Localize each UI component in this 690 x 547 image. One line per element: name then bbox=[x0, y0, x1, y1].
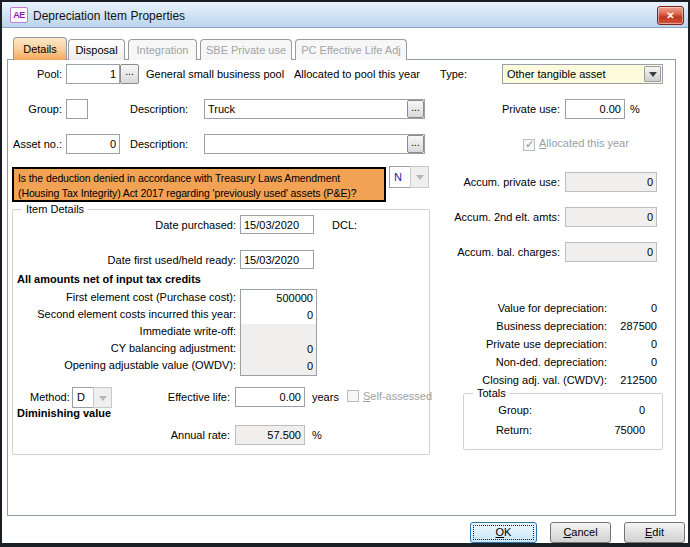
description2-lookup-button[interactable]: ... bbox=[407, 135, 424, 153]
tab-integration: Integration bbox=[128, 39, 197, 60]
immediate-write-off-value bbox=[241, 324, 316, 341]
private-use-input[interactable]: 0.00 bbox=[565, 99, 625, 119]
description2-input[interactable] bbox=[204, 134, 425, 154]
question-line1: Is the deduction denied in accordance wi… bbox=[18, 171, 380, 186]
self-assessed-checkbox bbox=[347, 390, 359, 402]
tab-pc-effective-life-adj: PC Effective Life Adj bbox=[295, 39, 407, 60]
close-button[interactable]: ✕ bbox=[657, 6, 684, 25]
tab-disposal[interactable]: Disposal bbox=[68, 39, 125, 60]
second-element-costs-input[interactable]: 0 bbox=[241, 307, 316, 324]
pool-name-text: General small business pool bbox=[146, 68, 284, 80]
second-element-costs-label: Second element costs incurred this year: bbox=[18, 308, 236, 320]
effective-life-unit: years bbox=[312, 391, 339, 403]
private-use-unit: % bbox=[630, 103, 640, 115]
date-purchased-input[interactable]: 15/03/2020 bbox=[240, 215, 314, 234]
cy-balancing-adjustment-value: 0 bbox=[241, 341, 316, 358]
cancel-button[interactable]: Cancel bbox=[550, 522, 611, 543]
ok-button[interactable]: OK bbox=[470, 522, 537, 543]
self-assessed-label: Self-assessed bbox=[363, 390, 432, 402]
cy-balancing-adjustment-label: CY balancing adjustment: bbox=[18, 342, 236, 354]
immediate-write-off-label: Immediate write-off: bbox=[18, 325, 236, 337]
closing-adj-val-value: 212500 bbox=[560, 374, 657, 386]
method-value: D bbox=[77, 388, 85, 407]
annual-rate-label: Annual rate: bbox=[120, 429, 230, 441]
deduction-denied-answer[interactable]: N bbox=[389, 166, 411, 188]
dcl-label: DCL: bbox=[332, 219, 357, 231]
accum-bal-charges-value: 0 bbox=[565, 242, 657, 262]
asset-no-input[interactable]: 0 bbox=[66, 134, 120, 154]
type-combobox[interactable]: Other tangible asset bbox=[502, 64, 663, 84]
edit-button[interactable]: Edit bbox=[624, 522, 685, 543]
type-dropdown-button[interactable] bbox=[644, 66, 661, 82]
date-purchased-label: Date purchased: bbox=[20, 219, 236, 231]
deduction-denied-question: Is the deduction denied in accordance wi… bbox=[12, 167, 386, 202]
ellipsis-icon: ... bbox=[125, 66, 133, 77]
group-input[interactable] bbox=[66, 99, 88, 119]
totals-group-value: 0 bbox=[560, 404, 645, 416]
totals-legend: Totals bbox=[473, 387, 510, 399]
question-line2: (Housing Tax Integrity) Act 2017 regardi… bbox=[18, 186, 380, 201]
date-first-used-label: Date first used/held ready: bbox=[20, 254, 236, 266]
allocated-pool-text: Allocated to pool this year bbox=[294, 68, 420, 80]
depreciation-item-properties-dialog: AE Depreciation Item Properties ✕ Detail… bbox=[0, 0, 690, 547]
value-for-depreciation-value: 0 bbox=[560, 302, 657, 314]
diminishing-value-note: Diminishing value bbox=[17, 407, 111, 419]
annual-rate-unit: % bbox=[312, 429, 322, 441]
first-element-cost-label: First element cost (Purchase cost): bbox=[18, 291, 236, 303]
pool-label: Pool: bbox=[0, 68, 62, 80]
accum-2nd-elt-amts-label: Accum. 2nd elt. amts: bbox=[410, 211, 560, 223]
date-first-used-input[interactable]: 15/03/2020 bbox=[240, 250, 314, 269]
cancel-button-label: Cancel bbox=[563, 523, 597, 542]
private-use-label: Private use: bbox=[440, 103, 560, 115]
chevron-down-icon bbox=[99, 396, 107, 401]
net-of-tax-credits-note: All amounts net of input tax credits bbox=[17, 273, 201, 285]
accum-2nd-elt-amts-value: 0 bbox=[565, 207, 657, 227]
type-value: Other tangible asset bbox=[507, 65, 605, 83]
description1-lookup-button[interactable]: ... bbox=[407, 100, 424, 118]
effective-life-label: Effective life: bbox=[120, 391, 230, 403]
pool-lookup-button[interactable]: ... bbox=[120, 64, 139, 84]
business-depreciation-value: 287500 bbox=[560, 320, 657, 332]
accum-bal-charges-label: Accum. bal. charges: bbox=[410, 246, 560, 258]
totals-groupbox bbox=[463, 393, 663, 450]
item-details-legend: Item Details bbox=[22, 203, 88, 215]
description1-label: Description: bbox=[130, 103, 188, 115]
title-bar[interactable]: AE Depreciation Item Properties ✕ bbox=[2, 2, 688, 28]
private-use-depreciation-value: 0 bbox=[560, 338, 657, 350]
ok-button-label: OK bbox=[496, 523, 512, 542]
deduction-denied-value: N bbox=[394, 167, 402, 187]
group-label: Group: bbox=[0, 103, 62, 115]
cost-values-box: 500000 0 0 0 bbox=[240, 289, 317, 376]
first-element-cost-input[interactable]: 500000 bbox=[241, 290, 316, 307]
description1-input[interactable]: Truck bbox=[204, 99, 425, 119]
method-label: Method: bbox=[30, 391, 70, 403]
accum-private-use-value: 0 bbox=[565, 172, 657, 192]
edit-button-label: Edit bbox=[645, 523, 664, 542]
totals-return-value: 75000 bbox=[560, 424, 645, 436]
asset-no-label: Asset no.: bbox=[0, 138, 62, 150]
annual-rate-value: 57.500 bbox=[235, 425, 305, 445]
totals-group-label: Group: bbox=[470, 404, 532, 416]
type-label: Type: bbox=[420, 68, 467, 80]
opening-adjustable-value-label: Opening adjustable value (OWDV): bbox=[18, 359, 236, 371]
allocated-this-year-checkbox bbox=[523, 139, 535, 151]
method-combobox[interactable]: D bbox=[72, 387, 94, 408]
non-ded-depreciation-value: 0 bbox=[560, 356, 657, 368]
close-icon: ✕ bbox=[666, 10, 674, 21]
allocated-this-year-label: Allocated this year bbox=[539, 137, 629, 149]
ae-app-icon: AE bbox=[10, 7, 28, 23]
ellipsis-icon: ... bbox=[411, 102, 419, 113]
ellipsis-icon: ... bbox=[411, 137, 419, 148]
chevron-down-icon bbox=[649, 72, 657, 77]
totals-return-label: Return: bbox=[470, 424, 532, 436]
description2-label: Description: bbox=[130, 138, 188, 150]
tab-sbe-private-use: SBE Private use bbox=[200, 39, 292, 60]
tab-details[interactable]: Details bbox=[13, 37, 67, 60]
method-dropdown-button bbox=[93, 387, 112, 408]
pool-input[interactable]: 1 bbox=[66, 64, 120, 84]
opening-adjustable-value: 0 bbox=[241, 358, 316, 375]
effective-life-input[interactable]: 0.00 bbox=[235, 387, 305, 407]
accum-private-use-label: Accum. private use: bbox=[410, 176, 560, 188]
window-title: Depreciation Item Properties bbox=[33, 9, 185, 23]
